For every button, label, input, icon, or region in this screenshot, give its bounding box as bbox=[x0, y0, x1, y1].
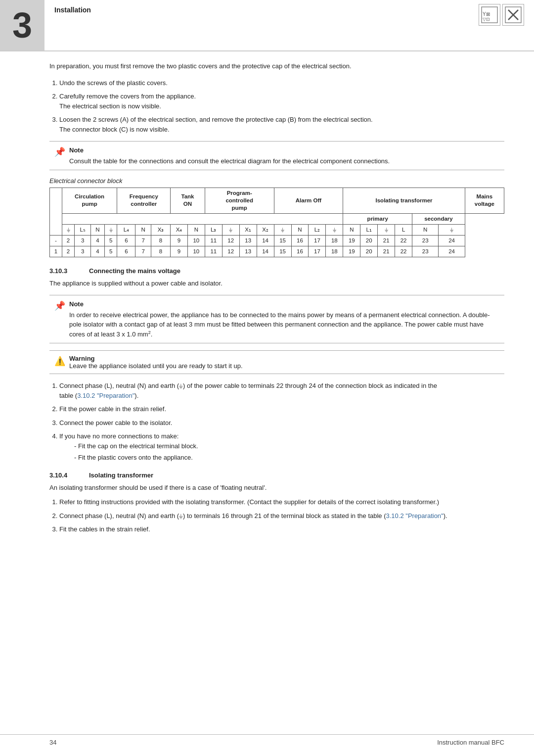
step-3-10-3-2: Fit the power cable in the strain relief… bbox=[59, 404, 504, 414]
warning-text: Leave the appliance isolated until you a… bbox=[69, 362, 243, 370]
step-3-10-3-4: If you have no more connections to make:… bbox=[59, 431, 504, 463]
section-3-10-4-number: 3.10.4 bbox=[49, 472, 79, 479]
intro-steps: Undo the screws of the plastic covers. C… bbox=[59, 78, 504, 135]
table-caption: Electrical connector block bbox=[49, 177, 504, 185]
section-3-10-4-body: An isolating transformer should be used … bbox=[49, 483, 504, 493]
note-box-2: 📌 Note In order to receive electrical po… bbox=[49, 295, 504, 343]
page-header: 3 Installation Y⊠ ▽⊡ bbox=[0, 0, 534, 51]
sub-steps-3-10-3: Fit the cap on the electrical terminal b… bbox=[74, 441, 504, 463]
note-box-1: 📌 Note Consult the table for the connect… bbox=[49, 141, 504, 170]
step-3-10-3-1: Connect phase (L), neutral (N) and earth… bbox=[59, 381, 504, 400]
chapter-number: 3 bbox=[0, 0, 44, 50]
warning-box: ⚠️ Warning Leave the appliance isolated … bbox=[49, 350, 504, 374]
manual-title: Instruction manual BFC bbox=[437, 739, 504, 746]
intro-paragraph: In preparation, you must first remove th… bbox=[49, 61, 504, 71]
step-3-10-4-2: Connect phase (L), neutral (N) and earth… bbox=[59, 511, 504, 521]
step-3-10-4-1: Refer to fitting instructions provided w… bbox=[59, 497, 504, 507]
header-right: Installation Y⊠ ▽⊡ bbox=[44, 0, 534, 50]
intro-step-3: Loosen the 2 screws (A) of the electrica… bbox=[59, 115, 504, 134]
intro-step-1: Undo the screws of the plastic covers. bbox=[59, 78, 504, 88]
page-footer: 34 Instruction manual BFC bbox=[0, 734, 534, 746]
step-3-10-3-3: Connect the power cable to the isolator. bbox=[59, 418, 504, 428]
warning-content: Warning Leave the appliance isolated unt… bbox=[69, 355, 243, 370]
section-title: Installation bbox=[54, 4, 91, 14]
table-header-row-2: primary secondary bbox=[50, 213, 504, 224]
svg-text:▽⊡: ▽⊡ bbox=[483, 17, 490, 22]
table-label-row: 1 2 3 4 5 6 7 8 9 10 11 12 13 14 15 16 1… bbox=[50, 246, 504, 257]
header-icons: Y⊠ ▽⊡ bbox=[479, 4, 524, 26]
table-number-row: - 2 3 4 5 6 7 8 9 10 11 12 13 14 15 16 1… bbox=[50, 235, 504, 246]
note-label-1: Note bbox=[69, 145, 390, 155]
table-symbol-row: ⏚ L₅ N ⏚ L₄ N X₃ X₄ N L₃ ⏚ X₁ X₂ ⏚ N L₂ … bbox=[50, 224, 504, 235]
sub-step-2: Fit the plastic covers onto the applianc… bbox=[74, 453, 504, 463]
section-3-10-3-number: 3.10.3 bbox=[49, 267, 79, 275]
page-number: 34 bbox=[49, 739, 56, 746]
note-content-2: Note In order to receive electrical powe… bbox=[69, 299, 499, 339]
table-header-row-1: Circulationpump Frequencycontroller Tank… bbox=[50, 188, 504, 214]
section-3-10-3-steps: Connect phase (L), neutral (N) and earth… bbox=[59, 381, 504, 463]
note-icon-2: 📌 bbox=[54, 300, 65, 311]
note-label-2: Note bbox=[69, 299, 499, 309]
step-3-10-4-3: Fit the cables in the strain relief. bbox=[59, 524, 504, 534]
section-3-10-3-heading: 3.10.3 Connecting the mains voltage bbox=[49, 267, 504, 275]
connector-table: Circulationpump Frequencycontroller Tank… bbox=[49, 188, 504, 257]
warning-icon: ⚠️ bbox=[54, 356, 65, 367]
sub-step-1: Fit the cap on the electrical terminal b… bbox=[74, 441, 504, 451]
note-icon-1: 📌 bbox=[54, 146, 65, 157]
note-text-2: In order to receive electrical power, th… bbox=[69, 311, 490, 338]
section-3-10-3-title: Connecting the mains voltage bbox=[89, 267, 180, 275]
warning-label: Warning bbox=[69, 355, 95, 362]
section-3-10-4-title: Isolating transformer bbox=[89, 472, 153, 479]
intro-step-2: Carefully remove the covers from the app… bbox=[59, 92, 504, 111]
content-area: In preparation, you must first remove th… bbox=[0, 51, 534, 561]
svg-text:Y⊠: Y⊠ bbox=[483, 11, 490, 17]
section-3-10-4-heading: 3.10.4 Isolating transformer bbox=[49, 472, 504, 479]
header-icon-2 bbox=[502, 4, 524, 26]
header-icon-1: Y⊠ ▽⊡ bbox=[479, 4, 500, 26]
section-3-10-3-body: The appliance is supplied without a powe… bbox=[49, 279, 504, 288]
section-3-10-4-steps: Refer to fitting instructions provided w… bbox=[59, 497, 504, 534]
note-content-1: Note Consult the table for the connectio… bbox=[69, 145, 390, 166]
